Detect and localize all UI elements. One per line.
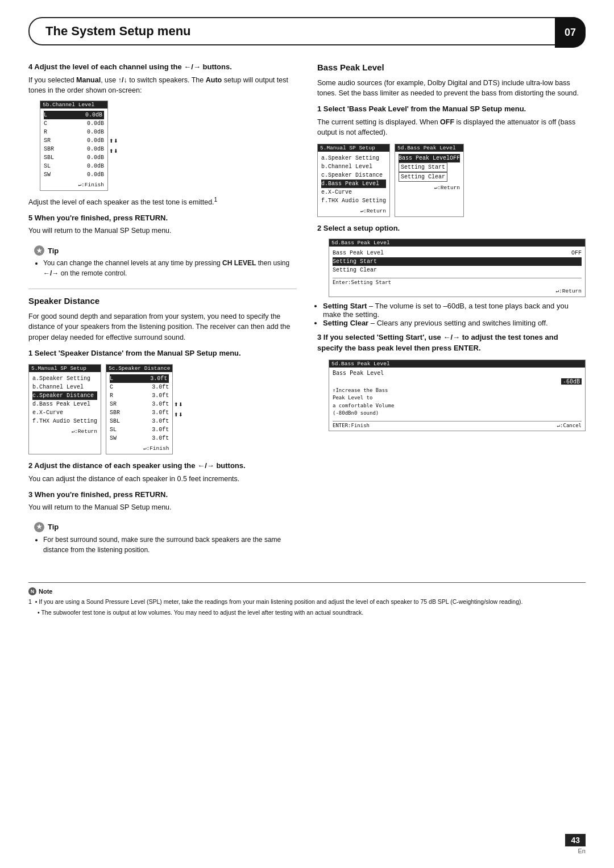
manual-sp-setup-screen: 5.Manual SP Setup a.Speaker Setting b.Ch… — [28, 364, 101, 454]
bass-step3-heading: 3 If you selected 'Setting Start', use ←… — [317, 332, 586, 354]
bass-level-screen: 5d.Bass Peak Level Bass Peak LevelOFF Se… — [395, 144, 464, 217]
page-title: The System Setup menu — [45, 24, 191, 39]
two-column-layout: 4 Adjust the level of each channel using… — [28, 61, 586, 565]
bass-step1-screens: 5.Manual SP Setup a.Speaker Setting b.Ch… — [317, 144, 586, 217]
right-column: Bass Peak Level Some audio sources (for … — [317, 61, 586, 565]
sd-menu-row-a: a.Speaker Setting — [32, 374, 97, 383]
step5-para: You will return to the Manual SP Setup m… — [28, 226, 297, 236]
bass-menu-row-c: c.Speaker Distance — [321, 171, 386, 180]
bass-setup-row2: Setting Start — [333, 257, 582, 266]
sd-menu-row-c: c.Speaker Distance — [32, 391, 97, 400]
bass-adjust-instructions: ↑Increase the Bass Peak Level to a comfo… — [333, 387, 582, 418]
bass-bullets: Setting Start – The volume is set to –60… — [323, 302, 586, 327]
tip1-icon: ★ — [34, 245, 44, 256]
bass-peak-para1: Some audio sources (for example, Dolby D… — [317, 78, 586, 99]
speaker-distance-screens: 5.Manual SP Setup a.Speaker Setting b.Ch… — [28, 364, 297, 454]
sd-row-c: C3.0ft — [110, 383, 169, 391]
sd-step3-para: You will return to the Manual SP Setup m… — [28, 502, 297, 513]
tip1-list: You can change the channel levels at any… — [34, 258, 291, 278]
tip1-heading: ★ Tip — [34, 245, 291, 256]
bass-step2-heading: 2 Select a setup option. — [317, 223, 586, 234]
bass-level-footer: ↵:Return — [399, 184, 460, 191]
bass-setup-title: 5d.Bass Peak Level — [329, 239, 585, 247]
page-footer: 43 En — [565, 834, 586, 854]
bass-setup-screen-wrap: 5d.Bass Peak Level Bass Peak LevelOFF Se… — [329, 239, 586, 297]
step4-para1: If you selected Manual, use ↑/↓ to switc… — [28, 75, 297, 97]
manual-sp-setup-title: 5.Manual SP Setup — [29, 365, 101, 372]
sd-row-sl: SL3.0ft — [110, 425, 169, 434]
note-icon: N — [28, 587, 36, 595]
bass-menu-row-a: a.Speaker Setting — [321, 154, 386, 162]
channel-row-sbl: SBL0.0dB — [44, 153, 104, 162]
tip1-box: ★ Tip You can change the channel levels … — [28, 242, 297, 283]
speaker-distance-para1: For good sound depth and separation from… — [28, 311, 297, 343]
sd-step2-heading: 2 Adjust the distance of each speaker us… — [28, 460, 297, 471]
bass-level-row3: Setting Clear — [399, 172, 460, 182]
channel-level-side-btns: ⬆⬇ ⬆⬇ — [109, 101, 118, 191]
sd-step2-para: You can adjust the distance of each spea… — [28, 474, 297, 485]
bass-manual-sp-title: 5.Manual SP Setup — [318, 144, 389, 152]
page-footer-lang: En — [578, 848, 586, 854]
tip1-bullet1: You can change the channel levels at any… — [43, 258, 291, 278]
bass-adjust-footer: ENTER:Finish↵:Cancel — [333, 421, 582, 428]
tip2-icon: ★ — [34, 522, 44, 532]
step5-heading: 5 When you're finished, press RETURN. — [28, 212, 297, 224]
channel-level-screen-title: 5b.Channel Level — [40, 101, 107, 108]
note-box: N Note 1 • If you are using a Sound Pres… — [28, 582, 586, 617]
note-item2: • The subwoofer test tone is output at l… — [28, 608, 586, 617]
sd-row-sbl: SBL3.0ft — [110, 417, 169, 425]
speaker-distance-values-screen: 5c.Speaker Distance L3.0ft C3.0ft R3.0ft… — [106, 364, 173, 454]
channel-level-footer: ↵:Finish — [44, 181, 104, 188]
bass-level-row1: Bass Peak LevelOFF — [399, 154, 460, 162]
bass-menu-row-e: e.X-Curve — [321, 188, 386, 197]
channel-row-c: C0.0dB — [44, 119, 104, 128]
speaker-distance-right-wrap: 5c.Speaker Distance L3.0ft C3.0ft R3.0ft… — [106, 364, 183, 454]
sd-step1-heading: 1 Select 'Speaker Distance' from the Man… — [28, 348, 297, 359]
sd-menu-row-d: d.Bass Peak Level — [32, 400, 97, 408]
sd-menu-row-b: b.Channel Level — [32, 383, 97, 391]
tip2-heading: ★ Tip — [34, 522, 291, 532]
left-column: 4 Adjust the level of each channel using… — [28, 61, 297, 565]
sd-menu-footer: ↵:Return — [32, 428, 97, 435]
bass-setup-enter-label: Enter:Setting Start — [333, 278, 582, 285]
bass-adjust-value: -60dB — [333, 378, 582, 385]
bass-menu-row-f: f.THX Audio Setting — [321, 197, 386, 205]
channel-row-sw: SW0.0dB — [44, 170, 104, 179]
sd-row-r: R3.0ft — [110, 391, 169, 400]
bass-adjust-title: 5d.Bass Peak Level — [329, 360, 585, 368]
bass-setup-footer: ↵:Return — [333, 287, 582, 294]
bass-peak-heading: Bass Peak Level — [317, 61, 586, 74]
channel-level-screen: 5b.Channel Level L0.0dB C0.0dB R0.0dB SR… — [40, 101, 297, 191]
bass-setup-screen: 5d.Bass Peak Level Bass Peak LevelOFF Se… — [329, 239, 586, 297]
sd-row-sr: SR3.0ft — [110, 400, 169, 408]
channel-row-sl: SL0.0dB — [44, 162, 104, 170]
bass-adjust-screen-wrap: 5d.Bass Peak Level Bass Peak Level -60dB… — [329, 360, 586, 431]
bass-adjust-screen: 5d.Bass Peak Level Bass Peak Level -60dB… — [329, 360, 586, 431]
channel-row-l: L0.0dB — [44, 111, 104, 119]
speaker-distance-values-title: 5c.Speaker Distance — [106, 365, 172, 372]
bass-menu-row-b: b.Channel Level — [321, 162, 386, 171]
bass-step1-para: The current setting is displayed. When O… — [317, 117, 586, 139]
channel-row-sr: SR0.0dB — [44, 136, 104, 145]
chapter-number: 07 — [555, 17, 586, 48]
sd-menu-row-e: e.X-Curve — [32, 408, 97, 417]
note-item1: 1 • If you are using a Sound Pressure Le… — [28, 598, 586, 607]
bass-menu-row-d: d.Bass Peak Level — [321, 180, 386, 188]
bass-menu-footer: ↵:Return — [321, 207, 386, 214]
bass-level-title: 5d.Bass Peak Level — [395, 144, 463, 152]
channel-row-sbr: SBR0.0dB — [44, 145, 104, 153]
bass-bullet1: Setting Start – The volume is set to –60… — [323, 302, 586, 319]
bass-manual-sp-screen: 5.Manual SP Setup a.Speaker Setting b.Ch… — [317, 144, 390, 217]
page-footer-number: 43 — [565, 834, 586, 846]
sd-side-btns: ⬆⬇ ⬆⬇ — [174, 364, 183, 454]
bass-bullet2: Setting Clear – Clears any previous sett… — [323, 319, 586, 327]
sd-menu-row-f: f.THX Audio Setting — [32, 417, 97, 425]
tip2-box: ★ Tip For best surround sound, make sure… — [28, 519, 297, 560]
bass-adjust-label: Bass Peak Level — [333, 370, 582, 376]
bass-step1-heading: 1 Select 'Bass Peak Level' from the Manu… — [317, 103, 586, 115]
step4-heading: 4 Adjust the level of each channel using… — [28, 61, 297, 73]
note-heading: N Note — [28, 587, 586, 595]
page-header: The System Setup menu 07 — [28, 17, 586, 45]
channel-row-r: R0.0dB — [44, 128, 104, 136]
sd-row-l: L3.0ft — [110, 374, 169, 383]
